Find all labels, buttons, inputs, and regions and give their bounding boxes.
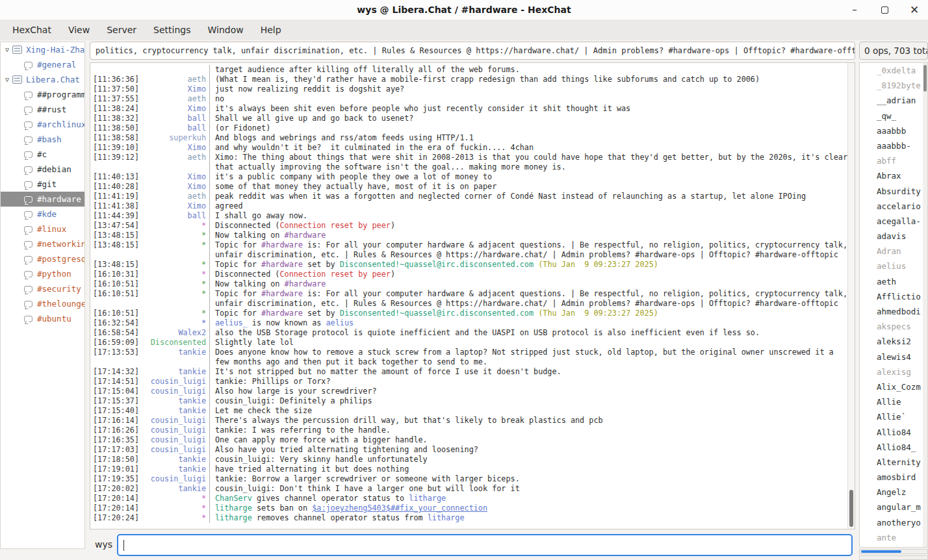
menu-help[interactable]: Help xyxy=(252,19,290,40)
chat-scrollbar-handle[interactable] xyxy=(849,490,853,527)
user-list-item[interactable]: _0xdelta xyxy=(860,63,923,78)
user-list-item[interactable]: Absurdity xyxy=(860,184,923,199)
user-list-item[interactable]: abff xyxy=(860,153,923,168)
user-list-item[interactable]: aeth xyxy=(860,274,923,289)
user-list-item[interactable]: aaabbb- xyxy=(860,138,923,153)
menu-view[interactable]: View xyxy=(60,19,98,40)
tree-channel--linux[interactable]: #linux xyxy=(1,222,84,236)
tree-channel--security[interactable]: #security xyxy=(1,281,84,296)
user-list-item[interactable]: Allio84_ xyxy=(860,440,923,455)
message-segment: Shall we all give up and go back to usen… xyxy=(215,114,413,123)
bottom-hscrollbar[interactable] xyxy=(859,555,928,560)
chat-lines: target audience after killing off litera… xyxy=(90,65,847,523)
message-input[interactable] xyxy=(117,534,853,556)
tree-channel--archlinux[interactable]: #archlinux xyxy=(1,117,84,132)
user-list-scrollbar-handle[interactable] xyxy=(923,65,927,92)
user-list-item[interactable]: Adran xyxy=(860,244,923,259)
user-list-item[interactable]: aelius xyxy=(860,259,923,274)
user-list-item[interactable]: Angelz xyxy=(860,485,923,500)
user-list-item[interactable]: _8192byte xyxy=(860,78,923,93)
tree-channel--ubuntu[interactable]: #ubuntu xyxy=(1,311,84,326)
tree-item-label: #security xyxy=(37,284,81,294)
user-list-item[interactable]: ahmedbodi xyxy=(860,304,923,319)
close-button[interactable]: ✕ xyxy=(909,4,920,16)
topic-bar[interactable]: politics, cryptocurrency talk, unfair di… xyxy=(90,42,855,60)
user-list-item[interactable]: Afflictio xyxy=(860,289,923,304)
user-list-item[interactable]: anotheryo xyxy=(860,515,923,530)
user-list-item[interactable]: Abrax xyxy=(860,168,923,183)
user-list-hscrollbar-handle[interactable] xyxy=(861,550,901,553)
user-list-item[interactable]: Allio84 xyxy=(860,425,923,440)
timestamp xyxy=(90,162,140,172)
nick: * xyxy=(140,318,206,328)
nick: ball xyxy=(140,114,206,123)
menu-settings[interactable]: Settings xyxy=(145,19,199,40)
user-list-item[interactable]: amosbird xyxy=(860,470,923,485)
tree-channel--debian[interactable]: #debian xyxy=(1,162,84,177)
tree-channel--c[interactable]: #c xyxy=(1,147,84,162)
user-list-item[interactable]: Allie xyxy=(860,394,923,409)
user-list-item[interactable]: aaabbb xyxy=(860,123,923,138)
expander-icon[interactable]: ▽ xyxy=(2,46,12,53)
message-segment: also the USB Storage protocol is quiote … xyxy=(215,328,760,337)
tree-channel--thelounge[interactable]: #thelounge xyxy=(1,296,84,311)
user-list-item[interactable]: acegalla- xyxy=(860,214,923,229)
menubar: HexChatViewServerSettingsWindowHelp xyxy=(0,19,928,40)
tree-channel--hardware[interactable]: #hardware xyxy=(1,192,84,207)
nick: aeth xyxy=(140,192,206,201)
user-list-item[interactable]: accelario xyxy=(860,199,923,214)
user-list-item[interactable]: Allie` xyxy=(860,409,923,424)
chat-line: [17:15:40]tankieLet me check the size xyxy=(90,406,847,416)
tree-channel--python[interactable]: #python xyxy=(1,266,84,281)
tree-server-libera-chat[interactable]: ▽Libera.Chat xyxy=(1,72,84,87)
expander-icon[interactable]: ▽ xyxy=(2,76,12,83)
chat-line: [17:16:35]cousin_luigiOne can apply more… xyxy=(90,435,847,445)
timestamp: [16:10:51] xyxy=(90,279,140,289)
nick: tankie xyxy=(140,455,206,465)
user-list-item[interactable]: aleksi2 xyxy=(860,334,923,349)
menu-window[interactable]: Window xyxy=(199,19,251,40)
maximize-icon xyxy=(881,6,888,14)
user-list-item[interactable]: akspecs xyxy=(860,319,923,334)
nick: Disconsented xyxy=(140,338,206,348)
user-list-item[interactable]: __adrian xyxy=(860,93,923,108)
chat-line: [17:16:14]cousin_luigiThere's always the… xyxy=(90,416,847,426)
chat-line: [11:36:36]aeth(What I mean is, they'd ra… xyxy=(90,75,847,84)
nick: Ximo xyxy=(140,201,206,211)
message: aelius_ is now known as aelius xyxy=(209,318,354,328)
tree-channel--kde[interactable]: #kde xyxy=(1,207,84,222)
maximize-button[interactable] xyxy=(879,4,890,16)
user-list-item[interactable]: _qw_ xyxy=(860,108,923,123)
user-list-item[interactable]: angular_m xyxy=(860,500,923,515)
nick: * xyxy=(140,260,206,270)
tree-item-label: #ubuntu xyxy=(37,314,71,324)
user-list-item[interactable]: Alternity xyxy=(860,455,923,470)
tree-channel--general[interactable]: #general xyxy=(1,57,84,72)
user-list-scrollbar[interactable] xyxy=(923,62,928,548)
message: Let me check the size xyxy=(209,406,312,416)
user-list-item[interactable]: alewis4 xyxy=(860,350,923,364)
tree-channel--git[interactable]: #git xyxy=(1,177,84,192)
timestamp xyxy=(90,357,140,367)
tree-channel--bash[interactable]: #bash xyxy=(1,132,84,147)
user-list-hscrollbar[interactable] xyxy=(859,549,928,554)
tree-channel--networking[interactable]: #networking xyxy=(1,236,84,251)
message-segment: $a:joeyzheng5403$##fix_your_connection xyxy=(312,503,487,513)
menu-server[interactable]: Server xyxy=(98,19,145,40)
tree-channel--rust[interactable]: ##rust xyxy=(1,102,84,117)
user-list-item[interactable]: ante xyxy=(860,530,923,545)
user-list-item[interactable]: Alix_Cozm xyxy=(860,379,923,394)
message: Now talking on #hardware xyxy=(209,231,326,240)
tree-channel--programming[interactable]: ##programming xyxy=(1,87,84,102)
tree-server-xing-hai-zhan[interactable]: ▽Xing-Hai-Zhan xyxy=(1,42,84,57)
minimize-button[interactable]: – xyxy=(849,4,860,16)
timestamp: [17:16:14] xyxy=(90,416,140,426)
chat-pane: target audience after killing off litera… xyxy=(90,62,855,529)
chat-scrollbar[interactable] xyxy=(847,63,855,529)
chat-line: [17:15:37]tankiecousin_luigi: Definitely… xyxy=(90,396,847,406)
nick: aeth xyxy=(140,75,206,84)
tree-channel--postgresql[interactable]: #postgresql xyxy=(1,251,84,266)
user-list-item[interactable]: alexisg xyxy=(860,364,923,379)
menu-hexchat[interactable]: HexChat xyxy=(4,19,60,40)
user-list-item[interactable]: adavis xyxy=(860,229,923,244)
